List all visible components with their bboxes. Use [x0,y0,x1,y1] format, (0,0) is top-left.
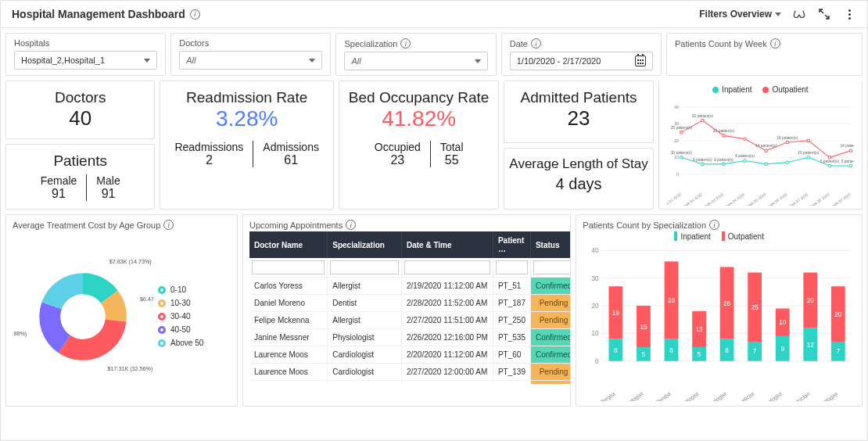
svg-text:Neurologist: Neurologist [757,391,784,401]
svg-text:5 patient(s): 5 patient(s) [841,160,854,163]
filters-overview-label: Filters Overview [699,9,772,20]
table-row[interactable]: Laurence Moos Cardiologist 2/27/2020 12:… [249,364,570,381]
glasses-icon[interactable] [792,7,806,21]
svg-text:26: 26 [723,300,731,307]
doctors-filter-value: All [186,56,195,65]
readm-label: Readmissions [174,141,243,153]
table-row[interactable]: Janine Messner Physiologist 2/26/2020 12… [249,329,570,346]
bed-rate-label: Bed Occupancy Rate [344,89,493,106]
svg-text:Gynecologist: Gynecologist [698,391,728,401]
cell-datetime: 2/20/2020 11:12:00 AM [401,346,493,364]
date-range-input[interactable]: 1/10/2020 - 2/17/2020 [510,52,653,70]
occupied-value: 23 [375,153,421,167]
specialization-filter-card: Specialization i All [335,33,496,76]
cell-status: Confirmed [530,329,570,346]
svg-point-22 [828,164,831,167]
svg-text:Week 01 2020: Week 01 2020 [667,192,682,206]
expand-icon[interactable] [817,7,831,21]
table-row[interactable]: Laurence Moos Cardiologist 2/28/2020 11:… [249,381,570,385]
svg-text:19: 19 [612,310,620,317]
info-icon[interactable]: i [531,38,541,48]
svg-text:8: 8 [614,347,618,354]
doctors-filter-label: Doctors [179,38,322,48]
specialization-select[interactable]: All [344,52,487,70]
hospitals-label: Hospitals [14,38,157,48]
doctors-select[interactable]: All [179,51,322,70]
svg-text:$6.47K (12.16%): $6.47K (12.16%) [140,296,153,303]
table-filter-row [249,258,570,278]
patients-female-value: 91 [41,187,77,201]
patients-count-card: Patients Female 91 Male 91 [5,144,155,210]
svg-text:Physiologist: Physiologist [811,391,839,401]
info-icon[interactable]: i [190,9,200,20]
doctors-filter-card: Doctors All [170,33,331,76]
svg-point-35 [786,141,789,144]
cell-patient: PT_181 [493,381,530,385]
info-icon[interactable]: i [400,38,411,48]
info-icon[interactable]: i [163,220,174,230]
cell-patient: PT_60 [493,346,530,364]
col-status[interactable]: Status [530,231,570,258]
svg-point-10 [680,156,683,160]
admitted-patients-card: Admitted Patients 23 [504,81,653,143]
patients-by-spec-card: Patients Count by Specialization i Inpat… [576,214,863,407]
filter-status-input[interactable] [533,260,570,274]
filters-overview-button[interactable]: Filters Overview [699,9,781,20]
svg-text:$17.31K (32.56%): $17.31K (32.56%) [107,364,152,371]
svg-text:Week 06 2020: Week 06 2020 [765,192,787,206]
svg-point-18 [765,163,768,166]
cell-doctor: Janine Messner [249,329,328,346]
avg-los-card: Average Length of Stay 4 days [504,148,653,210]
page-title: Hospital Management Dashboard [12,8,185,20]
chart-title: Patients Count by Specialization [583,220,706,230]
svg-text:15: 15 [640,324,648,331]
cell-doctor: Laurence Moos [249,364,328,381]
cell-patient: PT_139 [493,364,530,381]
avg-cost-card: Average Treatment Cost by Age Group i $7… [5,214,238,407]
filter-datetime-input[interactable] [404,260,490,274]
info-icon[interactable]: i [770,38,780,48]
svg-text:Cardiologist: Cardiologist [617,391,645,401]
info-icon[interactable]: i [346,220,356,230]
table-row[interactable]: Felipe Mckenna Allergist 2/27/2020 11:51… [249,312,570,329]
calendar-icon [635,56,646,66]
svg-point-14 [722,163,725,166]
appointments-card: Upcoming Appointments i Doctor Name Spec… [242,214,571,407]
hospitals-select[interactable]: Hospital_2,Hospital_1 [14,51,157,70]
svg-text:Week 05 2020: Week 05 2020 [744,192,766,206]
table-row[interactable]: Laurence Moos Cardiologist 2/20/2020 11:… [249,346,570,364]
patients-by-week-card: Patients Count by Week i [666,33,863,76]
svg-point-28 [701,119,704,122]
donut-chart: $7.83K (14.73%)$6.47K (12.16%)$17.31K (3… [13,246,153,387]
filter-spec-input[interactable] [330,260,399,274]
svg-text:19 patient(s): 19 patient(s) [777,136,798,140]
adm-value: 61 [263,153,319,167]
svg-point-20 [807,156,810,160]
svg-text:13: 13 [696,326,704,333]
col-datetime[interactable]: Date & Time [401,231,493,258]
col-patient[interactable]: Patient … [493,231,530,258]
table-row[interactable]: Daniel Moreno Dentist 2/28/2020 11:52:00… [249,295,570,312]
legend-outpatient: Outpatient [762,85,808,94]
date-value: 1/10/2020 - 2/17/2020 [517,56,601,66]
table-row[interactable]: Carlos Yoress Allergist 2/19/2020 11:12:… [249,278,570,295]
chevron-down-icon [775,13,781,16]
svg-text:10: 10 [592,330,600,337]
svg-text:25 patient(s): 25 patient(s) [670,126,692,130]
bar-chart: 010203040819Allergist515Cardiologist828D… [583,242,855,401]
svg-point-24 [849,164,852,167]
occupied-label: Occupied [375,141,421,153]
svg-text:5 patient(s): 5 patient(s) [820,160,839,163]
svg-text:0: 0 [676,172,679,177]
svg-text:30: 30 [592,275,600,282]
filter-patient-input[interactable] [496,260,528,274]
info-icon[interactable]: i [709,220,719,230]
col-spec[interactable]: Specialization [328,231,402,258]
chart-title: Upcoming Appointments [249,220,343,230]
patients-male-label: Male [96,174,120,187]
adm-label: Admissions [263,141,319,153]
cell-doctor: Daniel Moreno [249,295,328,312]
col-doctor[interactable]: Doctor Name [249,231,328,258]
kebab-menu-icon[interactable] [842,7,856,21]
filter-doctor-input[interactable] [252,260,325,274]
